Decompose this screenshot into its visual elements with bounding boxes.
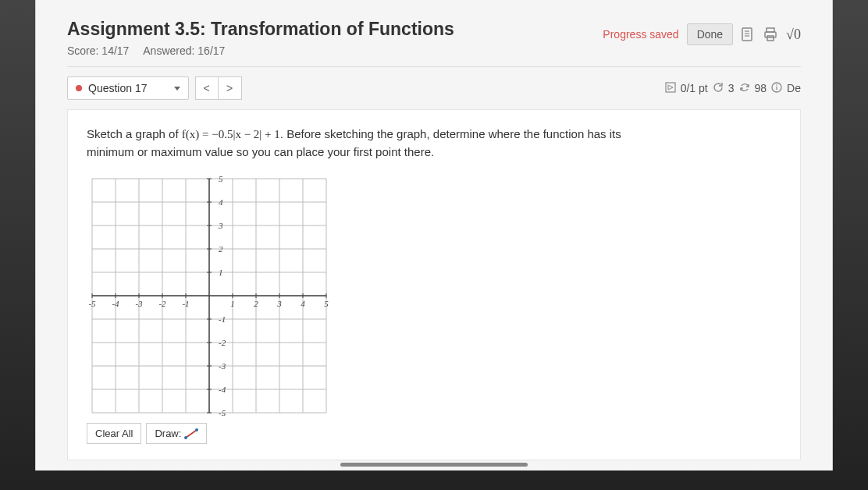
question-body: Sketch a graph of f(x) = −0.5|x − 2| + 1… xyxy=(67,109,801,460)
svg-text:2: 2 xyxy=(254,299,258,308)
svg-text:-1: -1 xyxy=(219,314,226,324)
sync-icon xyxy=(739,82,750,95)
question-prompt: Sketch a graph of f(x) = −0.5|x − 2| + 1… xyxy=(87,126,664,161)
graph-canvas[interactable]: -5-4-3-2-112345-5-4-3-2-112345 xyxy=(87,173,332,418)
sqrt-tool-icon[interactable]: √0 xyxy=(786,27,801,43)
svg-point-9 xyxy=(776,84,777,86)
svg-rect-0 xyxy=(742,28,752,41)
progress-saved-label: Progress saved xyxy=(603,28,678,41)
details-text[interactable]: De xyxy=(787,82,801,94)
draw-tool-button[interactable]: Draw: xyxy=(146,423,207,444)
svg-point-76 xyxy=(184,436,187,439)
svg-line-75 xyxy=(186,430,197,438)
svg-rect-6 xyxy=(767,36,774,41)
svg-text:4: 4 xyxy=(301,299,305,308)
svg-text:-5: -5 xyxy=(219,408,226,417)
tries-count: 98 xyxy=(755,82,767,94)
flag-icon[interactable] xyxy=(665,82,676,95)
next-question-button[interactable]: > xyxy=(219,76,242,100)
prev-question-button[interactable]: < xyxy=(195,76,219,100)
svg-text:5: 5 xyxy=(324,299,329,308)
svg-text:4: 4 xyxy=(219,197,223,207)
clear-all-button[interactable]: Clear All xyxy=(87,423,141,444)
svg-text:-1: -1 xyxy=(182,299,189,308)
svg-text:-2: -2 xyxy=(219,338,226,347)
points-text: 0/1 pt xyxy=(681,82,708,94)
svg-text:-5: -5 xyxy=(88,299,96,308)
question-label: Question 17 xyxy=(88,82,148,94)
score-text: Score: 14/17 xyxy=(67,44,129,57)
notes-icon[interactable] xyxy=(741,27,755,42)
answered-text: Answered: 16/17 xyxy=(143,44,225,57)
question-selector[interactable]: Question 17 xyxy=(67,76,189,100)
svg-text:-3: -3 xyxy=(219,361,226,371)
svg-text:5: 5 xyxy=(219,174,223,183)
svg-text:1: 1 xyxy=(230,299,235,308)
line-tool-icon xyxy=(184,428,198,439)
status-dot-icon xyxy=(76,85,82,91)
attempts-count: 3 xyxy=(728,82,735,94)
svg-rect-7 xyxy=(666,83,675,92)
svg-rect-5 xyxy=(765,32,776,37)
svg-text:1: 1 xyxy=(219,268,223,277)
caret-down-icon xyxy=(174,87,180,91)
svg-text:3: 3 xyxy=(218,221,223,230)
svg-text:-4: -4 xyxy=(219,385,226,394)
print-icon[interactable] xyxy=(763,27,778,42)
info-icon[interactable] xyxy=(771,82,782,95)
assignment-title: Assignment 3.5: Transformation of Functi… xyxy=(67,19,454,40)
scrollbar[interactable] xyxy=(340,463,528,467)
svg-text:2: 2 xyxy=(219,244,223,254)
done-button[interactable]: Done xyxy=(687,23,733,45)
retry-icon xyxy=(713,82,724,95)
svg-text:3: 3 xyxy=(276,299,282,308)
svg-text:-4: -4 xyxy=(112,299,119,308)
svg-point-77 xyxy=(195,428,198,431)
svg-text:-2: -2 xyxy=(158,299,166,308)
svg-text:-3: -3 xyxy=(135,299,143,308)
